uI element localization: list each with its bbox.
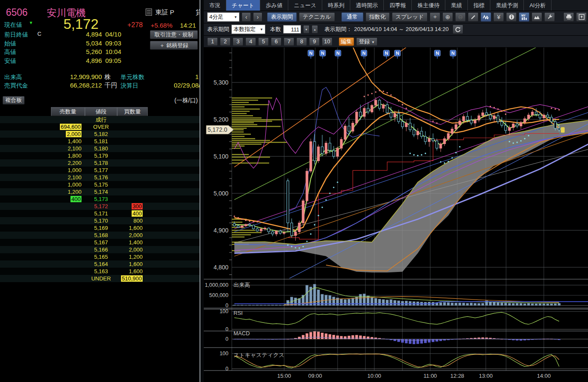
- print-button[interactable]: [563, 12, 574, 22]
- crosshair-icon: ＋: [432, 13, 438, 21]
- order-book-row[interactable]: 2,1005,180: [0, 145, 200, 152]
- order-book-row[interactable]: UNDER510,900: [0, 275, 200, 282]
- margin-flag-clipped: 貸: [196, 8, 200, 17]
- edit-button[interactable]: 編集: [339, 37, 354, 46]
- page-button-3[interactable]: 3: [233, 37, 243, 46]
- normal-mode-button[interactable]: 通常: [341, 12, 363, 22]
- page-button-6[interactable]: 6: [271, 37, 281, 46]
- page-button-1[interactable]: 1: [207, 37, 218, 46]
- count-up-button[interactable]: ▲: [312, 25, 318, 34]
- panel-splitter[interactable]: [200, 0, 204, 382]
- info-button[interactable]: [506, 12, 517, 22]
- order-book-row[interactable]: 1,2005,174: [0, 188, 200, 195]
- zoom-out-button[interactable]: ⊖: [455, 12, 466, 22]
- register-button[interactable]: 登録 ▼: [356, 37, 377, 46]
- price-level: 5,179: [85, 152, 117, 159]
- composite-board-button[interactable]: 複合板: [3, 96, 25, 105]
- low-time: 09:05: [105, 57, 121, 64]
- page-button-7[interactable]: 7: [284, 37, 294, 46]
- order-book-row[interactable]: 2,0005,182: [0, 130, 200, 138]
- order-book-row[interactable]: 1,8005,179: [0, 152, 200, 159]
- tab-3[interactable]: 歩み値: [260, 0, 288, 11]
- tab-8[interactable]: 株主優待: [412, 0, 445, 11]
- tab-7[interactable]: 四季報: [384, 0, 412, 11]
- popout-button[interactable]: [576, 12, 587, 22]
- order-book-row[interactable]: 5,1691,600: [0, 224, 200, 232]
- order-book-row[interactable]: 2,1005,176: [0, 174, 200, 181]
- indexed-mode-button[interactable]: 指数化: [366, 12, 390, 22]
- next-button[interactable]: ›: [253, 12, 262, 22]
- crosshair-button[interactable]: ＋: [430, 12, 440, 22]
- buy-quantity: 1,200: [100, 253, 143, 260]
- tab-10[interactable]: 指標: [468, 0, 490, 11]
- reset-range-button[interactable]: [453, 25, 463, 34]
- order-book-row[interactable]: 5,172300: [0, 203, 200, 210]
- sell-quantity: 2,100: [25, 174, 82, 181]
- page-button-4[interactable]: 4: [245, 37, 256, 46]
- period-mode-select[interactable]: 本数指定▼: [231, 25, 265, 34]
- buy-quantity: 400: [100, 210, 143, 217]
- my-indicator-button[interactable]: MY: [519, 12, 529, 22]
- tab-4[interactable]: ニュース: [288, 0, 322, 11]
- timeframe-select[interactable]: 4分足▼: [207, 12, 239, 22]
- chevron-down-icon: ▼: [260, 28, 263, 31]
- trade-caution-button[interactable]: 取引注意・規制: [150, 30, 198, 39]
- order-book-row[interactable]: 1,0005,177: [0, 167, 200, 174]
- technical-button[interactable]: テクニカル: [299, 12, 335, 22]
- order-book-row[interactable]: 1,4005,181: [0, 138, 200, 145]
- low-price: 4,896: [55, 57, 102, 64]
- sell-quantity: 694,600: [25, 123, 82, 130]
- time-axis-label: 15:00: [277, 373, 291, 379]
- tab-1[interactable]: 市況: [204, 0, 226, 11]
- settlement-label: 決算日: [121, 82, 138, 90]
- tab-5[interactable]: 時系列: [322, 0, 350, 11]
- settlement-value: 02/29,08/: [161, 82, 200, 89]
- count-down-button[interactable]: ▼: [303, 25, 309, 34]
- high-price: 5,260: [55, 48, 102, 55]
- order-book-row[interactable]: 1,0005,175: [0, 181, 200, 188]
- per-share-note: (一株/口): [161, 97, 198, 105]
- yen-scale-button[interactable]: ¥: [493, 12, 504, 22]
- order-book-row[interactable]: 5,1671,400: [0, 239, 200, 246]
- order-book-row[interactable]: 2,2005,178: [0, 159, 200, 167]
- order-book-row[interactable]: 5,170800: [0, 217, 200, 224]
- bar-count-input[interactable]: [283, 25, 301, 34]
- tab-12[interactable]: AI分析: [524, 0, 551, 11]
- price-level: OVER: [85, 123, 117, 130]
- tab-9[interactable]: 業績: [445, 0, 468, 11]
- order-book-row[interactable]: 5,1651,200: [0, 253, 200, 260]
- pointer-tool-button[interactable]: [481, 12, 491, 22]
- reset-arrow-icon: [455, 27, 461, 32]
- order-book-row[interactable]: 5,1662,000: [0, 246, 200, 253]
- order-book-row[interactable]: 成行: [0, 116, 200, 123]
- document-icon[interactable]: [146, 8, 152, 16]
- page-button-9[interactable]: 9: [309, 37, 320, 46]
- page-button-5[interactable]: 5: [258, 37, 269, 46]
- order-book-row[interactable]: 5,1641,600: [0, 260, 200, 268]
- order-book-row[interactable]: 694,600OVER: [0, 123, 200, 130]
- settings-button[interactable]: [544, 12, 555, 22]
- tab-6[interactable]: 適時開示: [350, 0, 384, 11]
- low-label: 安値: [4, 57, 16, 65]
- draw-button[interactable]: [468, 12, 478, 22]
- order-book-row[interactable]: 5,1631,600: [0, 268, 200, 275]
- price-level: 5,178: [85, 159, 117, 167]
- tab-2[interactable]: チャート: [226, 0, 260, 11]
- order-book-row[interactable]: 5,171400: [0, 210, 200, 217]
- display-period-button[interactable]: 表示期間: [267, 12, 297, 22]
- spread-mode-button[interactable]: スプレッド: [392, 12, 428, 22]
- tab-11[interactable]: 業績予測: [490, 0, 524, 11]
- order-book-row[interactable]: 5,1682,000: [0, 232, 200, 239]
- period-label: 表示期間: [207, 25, 229, 33]
- time-axis-label: 09:00: [308, 373, 322, 379]
- chart-area[interactable]: 5,3005,2005,1005,0004,9004,800NNNNNNNN5,…: [204, 48, 588, 382]
- page-button-10[interactable]: 10: [322, 37, 332, 46]
- price-chart-svg[interactable]: 5,3005,2005,1005,0004,9004,800NNNNNNNN5,…: [204, 48, 588, 382]
- page-button-2[interactable]: 2: [220, 37, 231, 46]
- chart-type-button[interactable]: [532, 12, 542, 22]
- page-button-8[interactable]: 8: [296, 37, 307, 46]
- prev-button[interactable]: ‹: [242, 12, 251, 22]
- order-book-row[interactable]: 4005,173: [0, 195, 200, 203]
- add-watchlist-button[interactable]: ＋ 銘柄登録: [150, 41, 198, 50]
- zoom-in-button[interactable]: ⊕: [442, 12, 453, 22]
